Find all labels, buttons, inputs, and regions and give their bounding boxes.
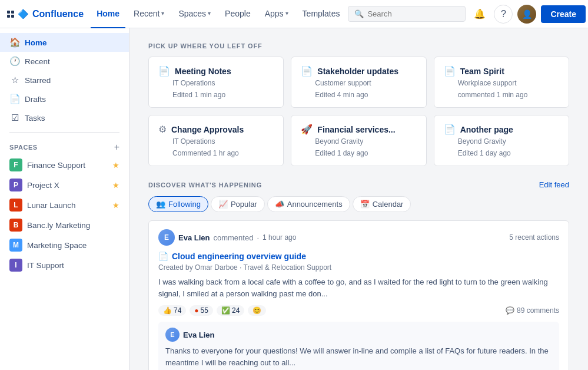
edit-feed-button[interactable]: Edit feed (539, 180, 569, 189)
card-subtitle: Beyond Gravity (444, 137, 559, 146)
feed-item: E Eva Lien commented · 1 hour ago 5 rece… (148, 220, 569, 370)
spaces-section-header: SPACES (9, 144, 38, 151)
main-content: PICK UP WHERE YOU LEFT OFF 📄 Meeting Not… (129, 28, 588, 370)
card-change-approvals[interactable]: ⚙ Change Approvals IT Operations Comment… (148, 115, 284, 166)
announcements-icon: 📣 (275, 200, 284, 209)
page-icon: 📄 (301, 65, 313, 77)
user-name: Eva Lien (178, 233, 210, 242)
nav-apps[interactable]: Apps ▾ (259, 0, 294, 28)
space-name: Project X (27, 181, 108, 190)
notifications-button[interactable]: 🔔 (470, 5, 489, 24)
feed-tabs: 👥 Following 📈 Popular 📣 Announcements 📅 … (148, 196, 569, 212)
comment-user-name: Eva Lien (183, 331, 214, 339)
card-another-page[interactable]: 📄 Another page Beyond Gravity Edited 1 d… (434, 115, 569, 166)
tab-popular[interactable]: 📈 Popular (211, 196, 265, 212)
card-meeting-notes[interactable]: 📄 Meeting Notes IT Operations Edited 1 m… (148, 57, 284, 108)
card-title: Financial services... (317, 125, 395, 134)
comments-icon: 💬 (506, 306, 514, 315)
sidebar-item-project-x[interactable]: P Project X ★ (0, 175, 129, 195)
drafts-icon: 📄 (9, 94, 20, 104)
avatar[interactable]: 👤 (517, 5, 536, 24)
tab-announcements[interactable]: 📣 Announcements (267, 196, 350, 212)
help-button[interactable]: ? (494, 5, 513, 24)
sidebar-item-starred[interactable]: ☆ Starred (0, 71, 129, 90)
star-filled-icon: ★ (112, 181, 119, 190)
nav-recent[interactable]: Recent ▾ (128, 0, 170, 28)
star-icon: ☆ (9, 75, 20, 85)
card-title: Stakeholder updates (317, 67, 398, 76)
sidebar-item-lunar-launch[interactable]: L Lunar Launch ★ (0, 195, 129, 215)
tab-calendar[interactable]: 📅 Calendar (353, 196, 411, 212)
sidebar: 🏠 Home 🕐 Recent ☆ Starred 📄 Drafts ☑ Tas… (0, 28, 129, 370)
logo-text: Confluence (32, 9, 84, 19)
chevron-down-icon: ▾ (161, 10, 164, 16)
reaction-thumbsup[interactable]: 👍 74 (158, 305, 186, 316)
space-icon-lunar: L (9, 199, 22, 212)
action-text: commented (213, 233, 253, 242)
rocket-icon: 🚀 (301, 124, 313, 135)
page-icon: 📄 (158, 65, 170, 77)
card-meta: commented 1 min ago (444, 91, 559, 99)
sidebar-item-home[interactable]: 🏠 Home (0, 33, 129, 52)
star-filled-icon: ★ (112, 161, 119, 170)
page-excerpt: I was walking back from a local cafe wit… (158, 276, 559, 299)
nav-spaces[interactable]: Spaces ▾ (172, 0, 217, 28)
card-title: Another page (460, 125, 513, 134)
add-space-button[interactable]: + (114, 142, 119, 153)
card-subtitle: Workplace support (444, 79, 559, 87)
card-financial-services[interactable]: 🚀 Financial services... Beyond Gravity E… (291, 115, 426, 166)
space-icon-projectx: P (9, 179, 22, 191)
discover-section-title: DISCOVER WHAT'S HAPPENING (148, 181, 262, 189)
card-subtitle: Beyond Gravity (301, 137, 416, 146)
card-team-spirit[interactable]: 📄 Team Spirit Workplace support commente… (434, 57, 569, 108)
nav-templates[interactable]: Templates (297, 0, 346, 28)
card-title: Team Spirit (460, 67, 504, 76)
card-meta: Edited 1 min ago (158, 91, 274, 99)
card-meta: Edited 1 day ago (301, 149, 416, 157)
sidebar-item-recent[interactable]: 🕐 Recent (0, 52, 129, 71)
following-icon: 👥 (156, 200, 165, 209)
confluence-icon: 🔷 (18, 9, 29, 19)
reaction-check[interactable]: ✅ 24 (217, 305, 244, 316)
search-input[interactable] (367, 9, 459, 18)
grid-icon (7, 11, 14, 18)
sidebar-item-marketing-space[interactable]: M Marketing Space (0, 235, 129, 255)
sidebar-item-drafts[interactable]: 📄 Drafts (0, 90, 129, 108)
reaction-red[interactable]: ● 55 (190, 305, 213, 316)
reaction-emoji[interactable]: 😊 (248, 305, 266, 316)
card-title: Change Approvals (171, 125, 244, 134)
star-filled-icon: ★ (112, 201, 119, 210)
tab-following[interactable]: 👥 Following (148, 196, 208, 212)
sidebar-item-tasks[interactable]: ☑ Tasks (0, 108, 129, 127)
page-doc-icon: 📄 (158, 252, 168, 261)
page-icon: 📄 (444, 124, 456, 135)
clock-icon: 🕐 (9, 56, 20, 67)
card-subtitle: IT Operations (158, 137, 274, 146)
card-meta: Edited 1 day ago (444, 149, 559, 157)
space-icon-it: I (9, 259, 22, 272)
comment-text: Thanks to everyone for your questions! W… (165, 345, 552, 368)
topnav: 🔷 Confluence Home Recent ▾ Spaces ▾ Peop… (0, 0, 588, 28)
cards-grid: 📄 Meeting Notes IT Operations Edited 1 m… (148, 57, 569, 166)
nav-people[interactable]: People (219, 0, 257, 28)
space-name: IT Support (27, 261, 119, 270)
sidebar-item-finance-support[interactable]: F Finance Support ★ (0, 155, 129, 175)
user-avatar-eva: E (158, 229, 175, 246)
separator: · (257, 233, 259, 242)
sidebar-item-it-support[interactable]: I IT Support (0, 255, 129, 275)
nav-home[interactable]: Home (91, 0, 125, 28)
space-icon-finance: F (9, 158, 22, 171)
sidebar-item-bancly[interactable]: B Banc.ly Marketing (0, 215, 129, 235)
popular-icon: 📈 (218, 200, 228, 209)
pick-up-section-title: PICK UP WHERE YOU LEFT OFF (148, 42, 569, 49)
comment-avatar-eva: E (165, 328, 180, 342)
page-link[interactable]: Cloud engineering overview guide (172, 252, 306, 261)
space-icon-marketing: M (9, 239, 22, 252)
card-stakeholder-updates[interactable]: 📄 Stakeholder updates Customer support E… (291, 57, 426, 108)
page-icon: 📄 (444, 65, 456, 77)
logo[interactable]: 🔷 Confluence (7, 9, 84, 19)
space-icon-bancly: B (9, 219, 22, 232)
card-title: Meeting Notes (175, 67, 231, 76)
search-box[interactable]: 🔍 (348, 6, 466, 22)
create-button[interactable]: Create (541, 5, 586, 23)
